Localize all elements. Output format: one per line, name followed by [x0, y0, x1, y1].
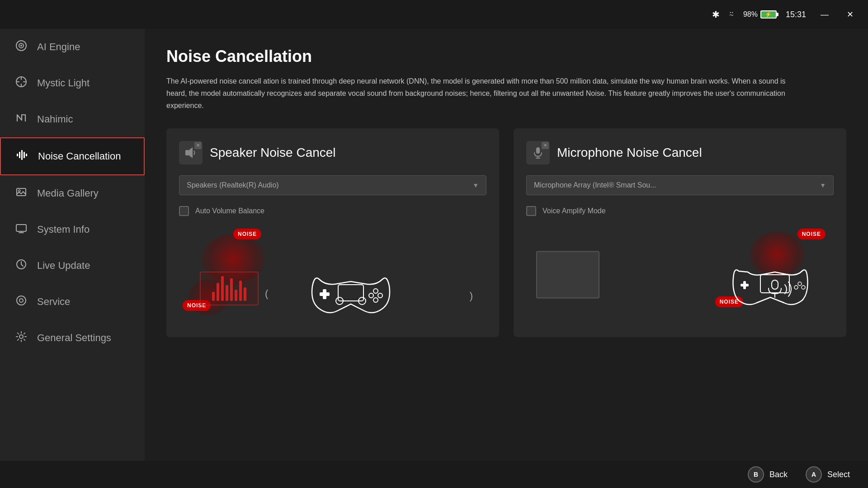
sidebar-label-service: Service: [37, 296, 70, 308]
minimize-button[interactable]: —: [817, 8, 832, 21]
sidebar-label-nahimic: Nahimic: [37, 113, 73, 125]
speaker-close-button[interactable]: ✕: [194, 142, 202, 149]
noise-badge-mic-2: NOISE: [797, 229, 826, 239]
battery-charge-icon: ⚡: [765, 11, 772, 18]
mic-card-title: Microphone Noise Cancel: [557, 145, 702, 160]
waveform-box: [200, 272, 259, 305]
svg-rect-6: [21, 150, 23, 160]
sidebar-item-ai-engine[interactable]: AI Engine: [0, 29, 145, 65]
page-title: Noise Cancellation: [166, 47, 846, 66]
svg-rect-7: [24, 152, 25, 158]
auto-volume-balance-checkbox[interactable]: [179, 206, 189, 216]
back-label: Back: [769, 470, 788, 479]
sidebar-item-service[interactable]: Service: [0, 284, 145, 320]
status-icons: ✱ ⍨ 98% ⚡ 15:31: [712, 9, 806, 20]
svg-rect-16: [185, 150, 189, 155]
sidebar-item-general-settings[interactable]: General Settings: [0, 320, 145, 356]
sidebar-item-system-info[interactable]: System Info: [0, 211, 145, 248]
close-button[interactable]: ✕: [843, 8, 857, 21]
sidebar-label-live-update: Live Update: [37, 260, 90, 272]
svg-point-15: [19, 335, 23, 338]
sidebar-label-noise-cancellation: Noise Cancellation: [38, 150, 121, 162]
mic-checkbox-row: Voice Amplify Mode: [526, 206, 834, 216]
mic-device-illustration: [730, 249, 820, 321]
svg-rect-19: [320, 292, 330, 296]
back-button[interactable]: B Back: [748, 466, 788, 483]
svg-point-20: [373, 289, 378, 293]
wifi-icon: ⍨: [729, 9, 734, 20]
battery-container: 98% ⚡: [743, 10, 777, 19]
speaker-dropdown-arrow: ▼: [472, 182, 479, 189]
select-button[interactable]: A Select: [806, 466, 850, 483]
svg-rect-5: [19, 152, 20, 158]
svg-rect-33: [741, 284, 749, 286]
system-info-icon: [14, 222, 28, 237]
svg-rect-29: [760, 275, 789, 293]
mic-close-button[interactable]: ✕: [542, 142, 549, 149]
media-gallery-icon: [14, 186, 28, 201]
svg-rect-8: [26, 154, 27, 156]
ai-engine-icon: [14, 40, 28, 54]
speaker-checkbox-row: Auto Volume Balance: [179, 206, 486, 216]
sidebar-item-media-gallery[interactable]: Media Gallery: [0, 175, 145, 211]
sidebar-label-media-gallery: Media Gallery: [37, 188, 99, 199]
mic-screen-box: [536, 251, 599, 298]
gamepad-illustration: [306, 261, 396, 324]
battery-icon: ⚡: [760, 10, 777, 19]
back-circle: B: [748, 466, 764, 483]
svg-point-14: [19, 299, 23, 302]
top-bar: ✱ ⍨ 98% ⚡ 15:31 — ✕: [0, 0, 868, 29]
service-icon: [14, 295, 28, 309]
bottom-bar: B Back A Select: [0, 461, 868, 488]
speaker-card-header: ✕ Speaker Noise Cancel: [179, 141, 486, 164]
svg-rect-11: [16, 225, 26, 231]
mic-device-label: Microphone Array (Intel® Smart Sou...: [534, 181, 656, 189]
wave-bar: [212, 292, 215, 301]
svg-rect-26: [536, 147, 540, 154]
svg-point-36: [794, 286, 798, 289]
mic-illustration: NOISE NOISE: [526, 225, 834, 324]
sidebar-item-noise-cancellation[interactable]: Noise Cancellation: [0, 137, 145, 175]
svg-point-21: [378, 293, 382, 298]
mic-icon-box: ✕: [526, 141, 550, 164]
mic-card-header: ✕ Microphone Noise Cancel: [526, 141, 834, 164]
select-circle: A: [806, 466, 822, 483]
svg-point-10: [19, 190, 20, 192]
speaker-illustration: NOISE NOISE ( ): [179, 225, 486, 324]
sidebar-item-live-update[interactable]: Live Update: [0, 248, 145, 284]
noise-cancel-icon: [15, 149, 29, 164]
speaker-device-label: Speakers (Realtek(R) Audio): [187, 181, 279, 189]
wave-bar: [217, 283, 219, 301]
clock: 15:31: [786, 10, 806, 19]
live-update-icon: [14, 258, 28, 273]
mic-noise-cancel-card: ✕ Microphone Noise Cancel Microphone Arr…: [514, 128, 846, 337]
mystic-light-icon: [14, 76, 28, 90]
sound-wave-right: ): [470, 290, 473, 302]
sidebar-item-nahimic[interactable]: Nahimic: [0, 101, 145, 137]
svg-point-22: [369, 293, 373, 298]
speaker-device-dropdown[interactable]: Speakers (Realtek(R) Audio) ▼: [179, 175, 486, 195]
wave-bar: [221, 276, 224, 301]
svg-point-13: [17, 296, 26, 305]
svg-rect-30: [772, 280, 778, 289]
wave-bar: [235, 290, 237, 301]
general-settings-icon: [14, 331, 28, 345]
sidebar-item-mystic-light[interactable]: Mystic Light: [0, 65, 145, 101]
cards-row: ✕ Speaker Noise Cancel Speakers (Realtek…: [166, 128, 846, 337]
speaker-card-title: Speaker Noise Cancel: [210, 145, 336, 160]
bluetooth-icon: ✱: [712, 9, 720, 20]
svg-point-23: [373, 298, 378, 302]
svg-point-35: [802, 286, 805, 289]
wave-bar: [230, 278, 233, 301]
auto-volume-balance-label: Auto Volume Balance: [195, 207, 264, 215]
voice-amplify-checkbox[interactable]: [526, 206, 536, 216]
noise-badge-speaker-1: NOISE: [233, 229, 261, 239]
wave-bar: [226, 285, 228, 301]
mic-device-dropdown[interactable]: Microphone Array (Intel® Smart Sou... ▼: [526, 175, 834, 195]
svg-point-2: [20, 45, 22, 47]
nahimic-icon: [14, 112, 28, 127]
speaker-noise-cancel-card: ✕ Speaker Noise Cancel Speakers (Realtek…: [166, 128, 499, 337]
content-area: Noise Cancellation The AI-powered noise …: [145, 29, 868, 461]
sidebar: AI Engine Mystic Light Nahimic: [0, 29, 145, 461]
svg-rect-4: [17, 154, 18, 156]
